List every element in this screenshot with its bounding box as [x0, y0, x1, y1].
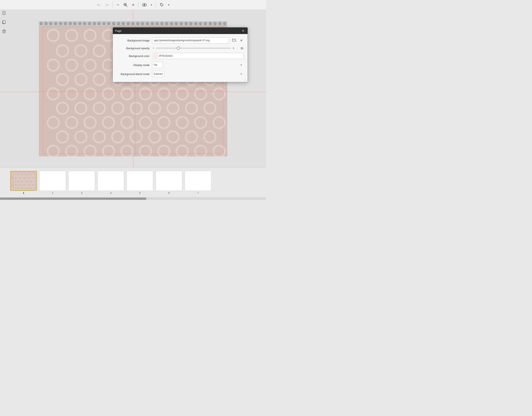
blend-mode-select[interactable]: Subtract Normal Multiply Screen Overlay [152, 71, 164, 77]
spiral-loop [93, 22, 96, 25]
thumbnail-pattern-1 [11, 171, 37, 190]
trash-icon [2, 29, 6, 33]
dialog-titlebar: Page ✕ [113, 28, 247, 34]
spiral-loop [98, 22, 101, 25]
spiral-loop [204, 22, 207, 25]
color-hex-text: #FFEAE4DA [159, 55, 173, 57]
opacity-decrease-button[interactable]: − [152, 46, 155, 50]
scrollbar-strip[interactable] [0, 197, 266, 200]
background-image-label: Background image [117, 39, 150, 42]
search-zoom-icon [123, 3, 128, 7]
thumbnail-page-4[interactable] [97, 171, 124, 191]
spiral-loop [141, 22, 144, 25]
background-image-clear-button[interactable]: ✕ [239, 38, 244, 43]
spiral-loop [136, 22, 139, 25]
color-input-wrapper[interactable]: #FFEAE4DA [152, 53, 244, 59]
spiral-loop [122, 22, 125, 25]
opacity-value: 30 [237, 47, 244, 50]
svg-point-5 [161, 4, 161, 4]
opacity-slider-track[interactable] [156, 48, 231, 48]
spiral-loop [190, 22, 192, 25]
thumbnail-page-7[interactable] [185, 171, 211, 191]
blend-mode-select-wrapper: Subtract Normal Multiply Screen Overlay [152, 71, 244, 77]
spiral-loop [161, 22, 163, 25]
svg-line-1 [126, 5, 127, 7]
thumbnail-item-1[interactable]: 1 [10, 171, 37, 194]
spiral-binding [39, 21, 227, 26]
display-mode-row: Display mode Tile Stretch Center Fit [117, 62, 244, 68]
background-color-row: Background color #FFEAE4DA [117, 53, 244, 59]
thumbnail-item-7[interactable]: 7 [185, 171, 211, 194]
undo-button[interactable]: ← [95, 2, 102, 8]
thumbnail-label-4: 4 [110, 192, 112, 194]
dialog-resize-handle[interactable]: ⊿ [244, 79, 247, 81]
tag-dropdown-button[interactable]: ▾ [167, 3, 171, 7]
spiral-loop [78, 22, 81, 25]
spiral-loop [117, 22, 120, 25]
zoom-button[interactable] [122, 2, 129, 8]
background-image-folder-button[interactable] [231, 38, 237, 43]
dialog-close-button[interactable]: ✕ [241, 29, 245, 32]
thumbnail-page-1[interactable] [10, 171, 37, 191]
divider-2 [138, 2, 138, 7]
display-mode-select-wrapper: Tile Stretch Center Fit [152, 62, 244, 68]
thumbnail-page-6[interactable] [156, 171, 182, 191]
eye-icon [142, 3, 147, 7]
new-page-icon [2, 11, 6, 15]
scrollbar-thumb[interactable] [0, 198, 146, 200]
spiral-loop [218, 22, 221, 25]
opacity-increase-button[interactable]: + [232, 46, 235, 50]
thumbnail-item-3[interactable]: 3 [68, 171, 95, 194]
thumbnail-label-2: 2 [52, 192, 53, 194]
spiral-loop [112, 22, 115, 25]
spiral-loop [127, 22, 130, 25]
spiral-loop [69, 22, 72, 25]
spiral-loop [49, 22, 52, 25]
spiral-loop [103, 22, 105, 25]
display-mode-label: Display mode [117, 64, 150, 67]
thumbnail-page-2[interactable] [39, 171, 66, 191]
display-mode-select[interactable]: Tile Stretch Center Fit [152, 62, 163, 68]
thumbnail-item-5[interactable]: 5 [127, 171, 153, 194]
spiral-loop [185, 22, 188, 25]
zoom-in-button[interactable]: + [131, 1, 136, 8]
folder-icon [232, 38, 236, 42]
tag-button[interactable] [158, 2, 165, 8]
copy-page-button[interactable] [1, 19, 7, 25]
svg-point-4 [143, 4, 145, 6]
eye-button[interactable] [141, 2, 148, 7]
zoom-out-button[interactable]: − [115, 1, 120, 8]
spiral-loop [54, 22, 57, 25]
background-opacity-row: Background opacity − + 30 [117, 46, 244, 50]
spiral-loop [175, 22, 178, 25]
background-image-input[interactable] [152, 37, 229, 43]
svg-point-2 [125, 4, 126, 5]
spiral-loop [64, 22, 67, 25]
redo-button[interactable]: → [104, 2, 110, 8]
spiral-loop [209, 22, 212, 25]
thumbnail-page-3[interactable] [68, 171, 95, 191]
spiral-loop [156, 22, 159, 25]
new-page-button[interactable] [1, 10, 7, 16]
spiral-loop [214, 22, 217, 25]
delete-page-button[interactable] [1, 28, 7, 34]
spiral-loop [223, 22, 226, 25]
eye-dropdown-button[interactable]: ▾ [150, 3, 153, 7]
thumbnail-page-5[interactable] [127, 171, 153, 191]
spiral-loop [40, 22, 43, 25]
opacity-slider-container: − + [152, 46, 235, 50]
thumbnail-label-7: 7 [197, 192, 199, 194]
divider-1 [113, 2, 113, 7]
page-dialog: Page ✕ Background image ✕ Background opa… [113, 27, 248, 82]
color-swatch[interactable] [153, 54, 158, 58]
thumbnail-item-2[interactable]: 2 [39, 171, 66, 194]
copy-page-icon [2, 20, 6, 24]
spiral-loop [199, 22, 202, 25]
thumbnail-label-6: 6 [168, 192, 170, 194]
main-toolbar: ← → − + ▾ ▾ [0, 0, 266, 10]
opacity-slider-thumb[interactable] [177, 47, 180, 50]
thumbnail-item-6[interactable]: 6 [156, 171, 182, 194]
thumbnail-item-4[interactable]: 4 [97, 171, 124, 194]
blend-mode-label: Background blend mode [117, 73, 150, 76]
spiral-loop [165, 22, 168, 25]
